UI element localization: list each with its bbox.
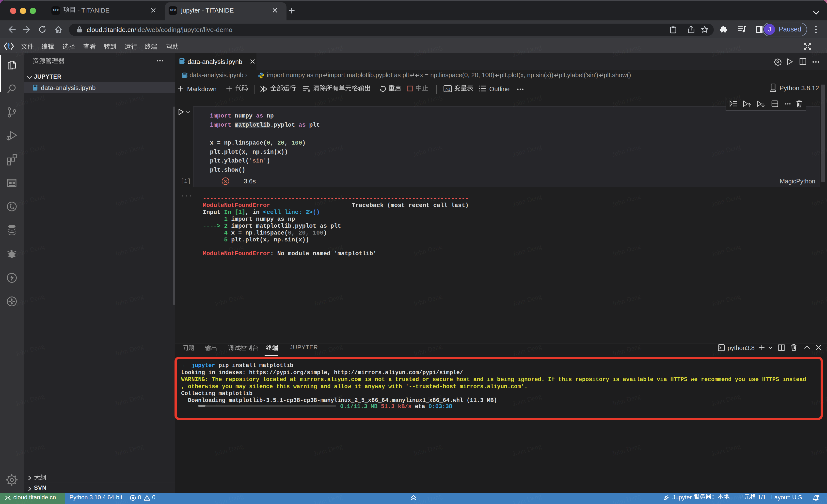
svg-text:(x): (x) <box>445 87 450 92</box>
